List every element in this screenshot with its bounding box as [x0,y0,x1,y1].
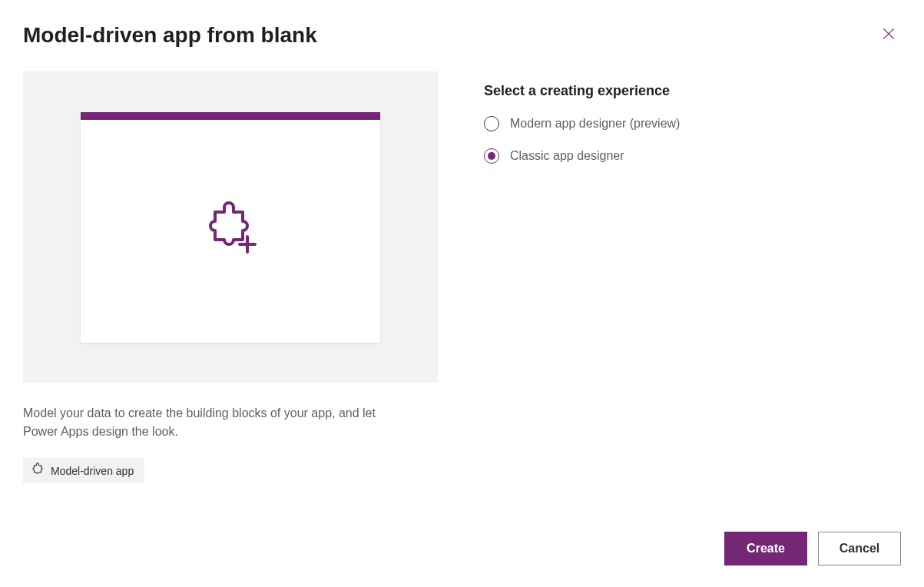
radio-label-modern: Modern app designer (preview) [510,117,680,131]
cancel-button[interactable]: Cancel [818,532,901,565]
preview-area [23,71,438,383]
radio-circle-selected-icon [484,148,499,164]
preview-card [81,112,380,343]
puzzle-icon [31,463,45,479]
radio-label-classic: Classic app designer [510,149,624,163]
dialog-description: Model your data to create the building b… [23,404,392,441]
puzzle-plus-icon [201,198,260,257]
preview-card-topbar [81,112,380,120]
radio-option-modern[interactable]: Modern app designer (preview) [484,116,901,131]
close-icon [881,26,896,44]
dialog-title: Model-driven app from blank [23,23,317,48]
tag-label: Model-driven app [51,465,134,477]
radio-circle-icon [484,116,499,131]
app-type-tag: Model-driven app [23,458,144,483]
section-title: Select a creating experience [484,83,901,99]
radio-option-classic[interactable]: Classic app designer [484,148,901,164]
create-button[interactable]: Create [724,532,807,565]
left-panel: Model your data to create the building b… [23,71,438,483]
right-panel: Select a creating experience Modern app … [484,71,901,483]
close-button[interactable] [876,22,901,48]
